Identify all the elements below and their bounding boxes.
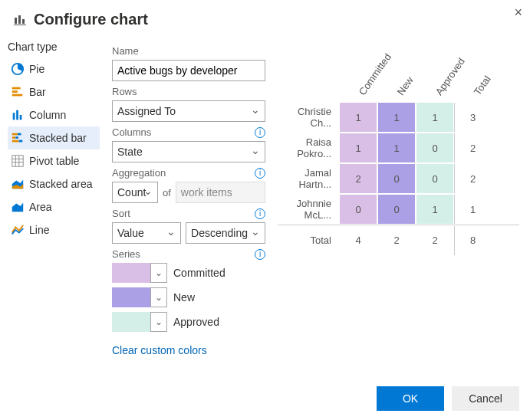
name-input[interactable] <box>112 60 265 81</box>
pivot-row-label: Raisa Pokro... <box>278 136 339 159</box>
pie-icon <box>11 62 25 76</box>
series-color-picker[interactable]: ⌄ <box>112 287 167 307</box>
chart-preview: CommittedNewApprovedTotal Christie Ch...… <box>278 41 519 356</box>
pivot-total-label: Total <box>278 235 339 246</box>
stacked-area-icon <box>11 177 25 191</box>
ok-button[interactable]: OK <box>377 386 444 411</box>
chart-type-line[interactable]: Line <box>8 218 100 241</box>
clear-custom-colors-link[interactable]: Clear custom colors <box>112 344 207 356</box>
pivot-row: Johnnie McL...0011 <box>278 194 519 225</box>
stacked-bar-icon <box>11 131 25 145</box>
chart-type-stacked-area[interactable]: Stacked area <box>8 172 100 195</box>
aggregation-label: Aggregation <box>112 167 166 179</box>
pivot-cell: 0 <box>416 164 453 193</box>
svg-rect-14 <box>15 136 18 139</box>
pivot-row-label: Johnnie McL... <box>278 198 339 221</box>
info-icon[interactable]: i <box>255 168 265 179</box>
chevron-down-icon: ⌄ <box>150 287 167 307</box>
pivot-cell: 0 <box>378 195 415 224</box>
svg-rect-5 <box>12 87 21 90</box>
line-icon <box>11 223 25 237</box>
chevron-down-icon: ⌄ <box>150 263 167 283</box>
pivot-row-total: 1 <box>454 195 491 224</box>
sort-field-select[interactable]: Value <box>112 222 181 244</box>
pivot-cell: 1 <box>378 133 415 162</box>
series-row: ⌄Committed <box>112 263 265 283</box>
pivot-column-header: Total <box>454 56 492 102</box>
svg-rect-6 <box>12 90 18 93</box>
pivot-cell: 1 <box>378 103 415 132</box>
pivot-column-header: Committed <box>339 56 377 102</box>
pivot-table-preview: CommittedNewApprovedTotal Christie Ch...… <box>278 56 519 255</box>
rows-label: Rows <box>112 86 137 97</box>
pivot-cell: 2 <box>340 164 377 193</box>
chart-type-label-bar: Bar <box>29 86 46 98</box>
svg-rect-17 <box>12 156 23 166</box>
chart-type-column[interactable]: Column <box>8 103 100 126</box>
series-row: ⌄New <box>112 287 265 307</box>
chart-type-pivot-table[interactable]: Pivot table <box>8 149 100 172</box>
pivot-row-total: 2 <box>454 133 491 162</box>
name-label: Name <box>112 45 265 57</box>
pivot-row-total: 3 <box>454 103 491 132</box>
series-color-picker[interactable]: ⌄ <box>112 312 167 332</box>
svg-rect-11 <box>12 133 18 136</box>
columns-select[interactable]: State <box>112 141 265 162</box>
pivot-total-row: Total4228 <box>278 225 519 255</box>
pivot-cell: 1 <box>416 103 453 132</box>
pivot-column-total: 4 <box>340 226 377 255</box>
series-name: New <box>173 291 195 304</box>
svg-rect-2 <box>22 19 25 24</box>
pivot-column-header: New <box>377 56 416 102</box>
svg-rect-15 <box>12 140 19 143</box>
chart-type-label-line: Line <box>29 224 49 236</box>
pivot-cell: 1 <box>340 103 377 132</box>
aggregation-of-label: of <box>163 187 171 199</box>
column-icon <box>11 108 25 122</box>
aggregation-target: work items <box>176 182 265 203</box>
series-name: Approved <box>173 316 219 328</box>
svg-rect-9 <box>16 110 18 120</box>
chart-type-label-column: Column <box>29 109 66 121</box>
svg-rect-3 <box>14 25 26 25</box>
chart-type-pie[interactable]: Pie <box>8 57 100 80</box>
aggregation-select[interactable]: Count <box>112 182 158 203</box>
series-row: ⌄Approved <box>112 312 265 332</box>
chevron-down-icon: ⌄ <box>150 312 167 332</box>
dialog-title-bar: Configure chart <box>14 11 519 28</box>
chart-type-label-pivot: Pivot table <box>29 155 79 167</box>
pivot-cell: 0 <box>340 195 377 224</box>
chart-type-label-pie: Pie <box>29 63 44 75</box>
chart-type-area[interactable]: Area <box>8 195 100 218</box>
pivot-row: Raisa Pokro...1102 <box>278 133 519 163</box>
svg-rect-0 <box>15 18 17 24</box>
chart-type-bar[interactable]: Bar <box>8 80 100 103</box>
pivot-row: Christie Ch...1113 <box>278 102 519 133</box>
chart-type-label-area: Area <box>29 201 52 213</box>
svg-rect-8 <box>13 113 15 120</box>
pivot-grand-total: 8 <box>454 226 491 255</box>
rows-select[interactable]: Assigned To <box>112 100 265 122</box>
series-name: Committed <box>173 267 225 279</box>
series-color-picker[interactable]: ⌄ <box>112 263 167 283</box>
pivot-row-label: Christie Ch... <box>278 106 339 129</box>
info-icon[interactable]: i <box>255 249 265 260</box>
chart-type-stacked-bar[interactable]: Stacked bar <box>8 126 100 149</box>
svg-rect-16 <box>19 140 23 143</box>
chart-type-sidebar: Chart type Pie Bar Column Stacked bar Pi… <box>8 41 100 356</box>
svg-rect-7 <box>12 94 22 97</box>
chart-type-label-stacked-area: Stacked area <box>29 178 93 190</box>
info-icon[interactable]: i <box>255 127 265 138</box>
pivot-row-total: 2 <box>454 164 491 193</box>
close-icon[interactable]: × <box>514 5 522 21</box>
svg-rect-12 <box>18 133 21 136</box>
pivot-row-label: Jamal Hartn... <box>278 167 339 190</box>
info-icon[interactable]: i <box>255 208 265 219</box>
pivot-table-icon <box>11 154 25 168</box>
pivot-column-header: Approved <box>416 56 454 102</box>
columns-label: Columns <box>112 126 151 138</box>
cancel-button[interactable]: Cancel <box>452 386 519 411</box>
sort-direction-select[interactable]: Descending <box>186 222 265 244</box>
pivot-column-total: 2 <box>378 226 415 255</box>
pivot-cell: 1 <box>416 195 453 224</box>
